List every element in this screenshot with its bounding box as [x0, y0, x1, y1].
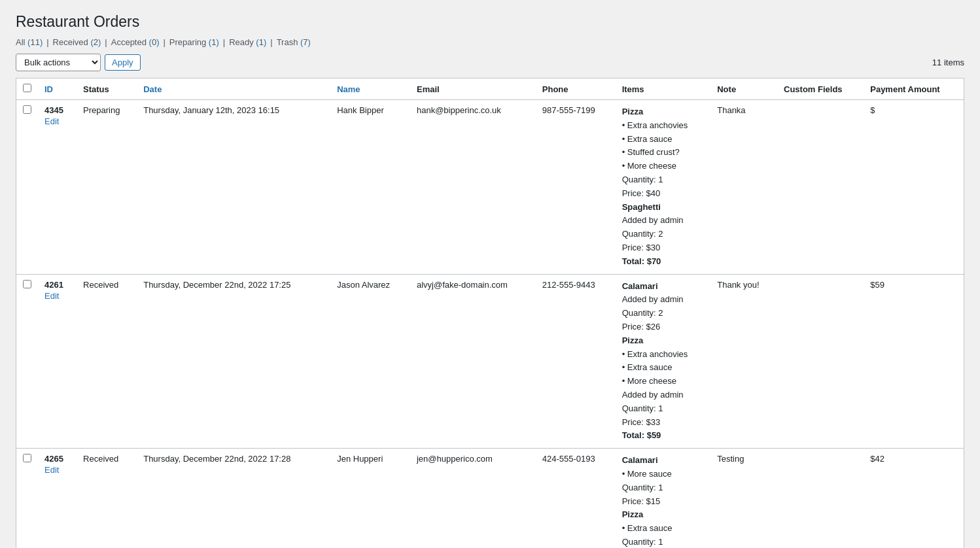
edit-link[interactable]: Edit [44, 291, 70, 301]
row-note: Testing [710, 449, 777, 548]
col-email: Email [410, 78, 536, 100]
col-date[interactable]: Date [137, 78, 330, 100]
bulk-actions-select[interactable]: Bulk actions [16, 54, 101, 71]
row-date: Thursday, December 22nd, 2022 17:25 [137, 274, 330, 449]
col-payment-amount: Payment Amount [864, 78, 964, 100]
row-id: 4265 Edit [38, 449, 77, 548]
row-checkbox-cell [16, 449, 39, 548]
row-status: Received [77, 449, 137, 548]
table-row: 4261 Edit Received Thursday, December 22… [16, 274, 964, 449]
filter-all[interactable]: All (11) [16, 37, 43, 47]
row-checkbox[interactable] [23, 105, 31, 114]
row-name: Hank Bipper [330, 100, 410, 275]
col-status: Status [77, 78, 137, 100]
table-row: 4265 Edit Received Thursday, December 22… [16, 449, 964, 548]
page-title: Restaurant Orders [16, 13, 964, 31]
row-items: CalamariAdded by adminQuantity: 2Price: … [616, 274, 711, 449]
row-checkbox-cell [16, 100, 39, 275]
row-checkbox[interactable] [23, 280, 31, 288]
filter-preparing[interactable]: Preparing (1) [169, 37, 219, 47]
row-phone: 987-555-7199 [536, 100, 616, 275]
row-payment-amount: $59 [864, 274, 964, 449]
row-items: Pizza• Extra anchovies• Extra sauce• Stu… [616, 100, 711, 275]
col-phone: Phone [536, 78, 616, 100]
edit-link[interactable]: Edit [44, 116, 70, 126]
row-status: Preparing [77, 100, 137, 275]
row-custom-fields [777, 274, 864, 449]
row-payment-amount: $ [864, 100, 964, 275]
table-row: 4345 Edit Preparing Thursday, January 12… [16, 100, 964, 275]
row-email: alvyj@fake-domain.com [410, 274, 536, 449]
row-phone: 424-555-0193 [536, 449, 616, 548]
toolbar-left: Bulk actions Apply [16, 54, 141, 71]
row-checkbox-cell [16, 274, 39, 449]
col-id[interactable]: ID [38, 78, 77, 100]
select-all-col [16, 78, 39, 100]
row-email: jen@hupperico.com [410, 449, 536, 548]
filter-received[interactable]: Received (2) [53, 37, 101, 47]
row-id: 4345 Edit [38, 100, 77, 275]
filter-ready[interactable]: Ready (1) [229, 37, 266, 47]
row-email: hank@bipperinc.co.uk [410, 100, 536, 275]
row-id: 4261 Edit [38, 274, 77, 449]
row-date: Thursday, December 22nd, 2022 17:28 [137, 449, 330, 548]
filter-bar: All (11) | Received (2) | Accepted (0) |… [16, 37, 964, 47]
select-all-checkbox[interactable] [23, 84, 31, 92]
row-custom-fields [777, 449, 864, 548]
row-custom-fields [777, 100, 864, 275]
item-count: 11 items [932, 58, 964, 67]
filter-accepted[interactable]: Accepted (0) [111, 37, 160, 47]
row-checkbox[interactable] [23, 454, 31, 462]
row-name: Jason Alvarez [330, 274, 410, 449]
row-date: Thursday, January 12th, 2023 16:15 [137, 100, 330, 275]
row-note: Thank you! [710, 274, 777, 449]
row-items: Calamari• More sauceQuantity: 1Price: $1… [616, 449, 711, 548]
orders-table: ID Status Date Name Email Phone Items No… [16, 78, 964, 548]
edit-link[interactable]: Edit [44, 465, 70, 475]
row-phone: 212-555-9443 [536, 274, 616, 449]
row-note: Thanka [710, 100, 777, 275]
col-note: Note [710, 78, 777, 100]
col-items: Items [616, 78, 711, 100]
filter-trash[interactable]: Trash (7) [277, 37, 311, 47]
apply-button[interactable]: Apply [105, 54, 141, 71]
row-status: Received [77, 274, 137, 449]
toolbar: Bulk actions Apply 11 items [16, 54, 964, 71]
row-name: Jen Hupperi [330, 449, 410, 548]
col-name[interactable]: Name [330, 78, 410, 100]
table-header-row: ID Status Date Name Email Phone Items No… [16, 78, 964, 100]
row-payment-amount: $42 [864, 449, 964, 548]
col-custom-fields: Custom Fields [777, 78, 864, 100]
